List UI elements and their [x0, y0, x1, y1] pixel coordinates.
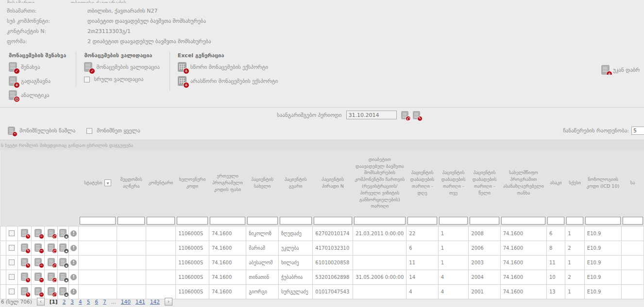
row-select-checkbox[interactable] — [9, 274, 15, 280]
history-record-icon[interactable] — [59, 229, 67, 237]
send-document-icon — [9, 76, 17, 86]
filter-input-personal_n[interactable] — [314, 217, 352, 225]
filter-input-first_name[interactable] — [247, 217, 278, 225]
filter-input-birth_day[interactable] — [407, 217, 437, 225]
filter-input-extra[interactable] — [623, 217, 643, 225]
cell-comment — [146, 270, 176, 285]
filter-input-unit_price[interactable] — [210, 217, 245, 225]
page-link-140[interactable]: 140 — [121, 299, 131, 305]
page-link-5[interactable]: 5 — [87, 299, 90, 305]
send-button[interactable]: გადაგზავნა — [9, 76, 66, 86]
history-record-icon[interactable] — [59, 258, 67, 266]
info-record-icon[interactable] — [70, 274, 77, 280]
delete-record-icon[interactable] — [34, 273, 42, 281]
history-record-icon-cell — [57, 241, 68, 256]
filter-input-comment[interactable] — [147, 217, 175, 225]
filter-input-last_name[interactable] — [280, 217, 312, 225]
filter-input-birth_year[interactable] — [470, 217, 499, 225]
filter-input-code[interactable] — [177, 217, 208, 225]
filter-input-status[interactable] — [80, 217, 116, 225]
filter-cell-status — [79, 216, 117, 226]
delete-record-icon[interactable] — [34, 243, 42, 252]
row-spacer-cell — [0, 285, 6, 299]
filter-input-age[interactable] — [547, 217, 564, 225]
back-button[interactable]: უკან დაბრ — [601, 65, 644, 75]
edit-record-icon[interactable] — [21, 243, 28, 252]
cell-unit_price: 74.1600 — [209, 270, 246, 285]
edit-record-icon[interactable] — [21, 258, 28, 266]
export-valid-label: სწორი მონაცემების ექსპორტი — [190, 64, 268, 70]
info-record-icon[interactable] — [70, 259, 77, 266]
edit-record-icon[interactable] — [21, 229, 28, 237]
period-search-icon[interactable] — [401, 111, 408, 119]
contract-label: კონტრაქტის N: — [7, 28, 87, 34]
view-record-icon[interactable] — [48, 243, 55, 252]
export-valid-button[interactable]: სწორი მონაცემების ექსპორტი — [178, 62, 278, 72]
table-row: 1106000S74.1600თინათინჭუბაბრია5320106289… — [0, 270, 644, 285]
row-select-checkbox[interactable] — [9, 289, 15, 294]
filter-input-icd[interactable] — [585, 217, 620, 225]
history-record-icon[interactable] — [59, 273, 67, 281]
delete-record-icon-cell — [32, 226, 45, 241]
filter-input-error[interactable] — [118, 217, 145, 225]
delete-record-icon[interactable] — [34, 229, 42, 237]
delete-record-icon[interactable] — [34, 287, 42, 295]
page-link-141[interactable]: 141 — [136, 299, 145, 305]
save-button[interactable]: შენახვა — [9, 62, 66, 72]
info-record-cell — [68, 256, 79, 270]
view-record-icon[interactable] — [48, 258, 55, 266]
page-link-7[interactable]: 7 — [103, 299, 106, 305]
validate-data-button[interactable]: მონაცემების ვალიდაცია — [84, 62, 159, 72]
view-record-icon[interactable] — [48, 273, 55, 281]
history-record-icon[interactable] — [59, 287, 67, 295]
view-record-icon[interactable] — [48, 287, 55, 295]
row-select-checkbox[interactable] — [9, 259, 15, 265]
export-invalid-button[interactable]: არასწორი მონაცემების ექსპორტი — [178, 76, 278, 86]
full-validation-checkbox[interactable] — [84, 77, 90, 82]
history-record-icon-cell — [57, 226, 68, 241]
delete-selected-label[interactable]: მონიშნულების წაშლა — [19, 128, 75, 134]
cell-status — [79, 241, 117, 256]
page-link-3[interactable]: 3 — [70, 299, 74, 305]
page-link-142[interactable]: 142 — [150, 299, 160, 305]
page-link-6[interactable]: 6 — [95, 299, 98, 305]
filter-input-sex[interactable] — [566, 217, 584, 225]
period-edit-icon[interactable] — [413, 111, 420, 119]
view-record-icon[interactable] — [48, 229, 55, 237]
cell-birth_day: 4 — [407, 285, 438, 299]
edit-record-icon[interactable] — [21, 287, 28, 295]
filter-input-join_date[interactable] — [354, 217, 406, 225]
delete-record-icon-cell — [32, 285, 45, 299]
filter-input-amount[interactable] — [501, 217, 545, 225]
records-count-input[interactable] — [631, 127, 644, 135]
period-input[interactable] — [346, 111, 397, 119]
cell-sex: 2 — [565, 270, 585, 285]
info-record-icon[interactable] — [70, 245, 77, 251]
edit-record-icon[interactable] — [21, 273, 28, 281]
history-record-icon[interactable] — [59, 243, 67, 252]
info-record-icon[interactable] — [70, 289, 77, 295]
delete-selected-icon[interactable] — [8, 127, 15, 135]
filter-input-birth_month[interactable] — [439, 217, 468, 225]
next-page-button[interactable]: › — [165, 298, 172, 306]
select-all-checkbox[interactable] — [86, 128, 92, 134]
address-value: თბილისი, ქავთარაძის N27 — [87, 8, 158, 14]
analytics-button[interactable]: ანალიტიკა — [9, 90, 66, 100]
row-select-checkbox[interactable] — [9, 245, 15, 251]
table-row: 1106000S74.1600მარიამუკლება4170103231061… — [0, 241, 644, 256]
prev-page-button[interactable]: ‹ — [37, 298, 45, 306]
filter-cell-join_date — [353, 216, 407, 226]
spacer-header — [0, 150, 6, 216]
edit-record-icon-cell — [18, 256, 32, 270]
delete-record-icon[interactable] — [34, 258, 42, 266]
row-select-checkbox[interactable] — [9, 230, 15, 236]
column-header-last_name: პაციენტის გვარი — [279, 150, 313, 216]
info-record-icon[interactable] — [70, 230, 77, 237]
cell-birth_month: 4 — [438, 285, 469, 299]
cell-icd: E10.9 — [584, 285, 621, 299]
status-filter-dropdown-icon[interactable]: ▼ — [104, 179, 111, 186]
page-link-2[interactable]: 2 — [63, 299, 66, 305]
cell-error — [117, 226, 146, 241]
cell-error — [117, 256, 146, 270]
page-link-4[interactable]: 4 — [79, 299, 82, 305]
